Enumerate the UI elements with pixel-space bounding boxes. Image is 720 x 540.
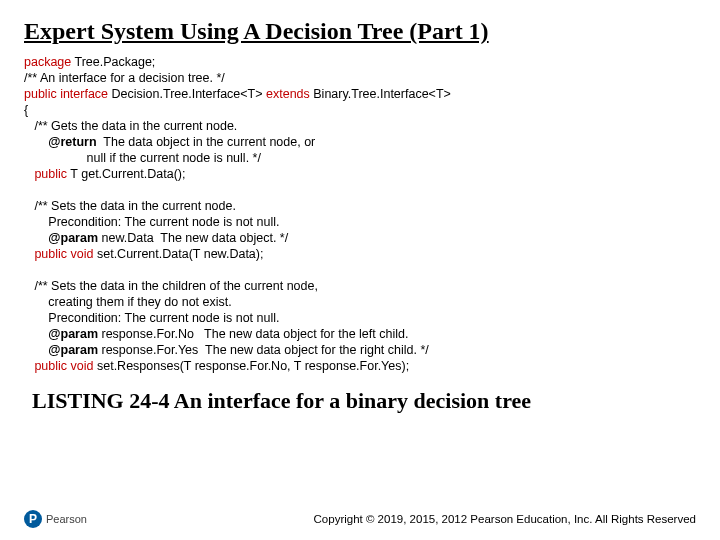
copyright-text: Copyright © 2019, 2015, 2012 Pearson Edu…	[314, 513, 696, 525]
code-text: Precondition: The current node is not nu…	[24, 311, 279, 325]
footer: P Pearson Copyright © 2019, 2015, 2012 P…	[24, 510, 696, 528]
code-text: response.For.Yes The new data object for…	[98, 343, 429, 357]
code-block: package Tree.Package; /** An interface f…	[24, 54, 696, 374]
slide: Expert System Using A Decision Tree (Par…	[0, 0, 720, 540]
code-text: {	[24, 103, 28, 117]
code-text: The data object in the current node, or	[97, 135, 316, 149]
code-text: /** An interface for a decision tree. */	[24, 71, 225, 85]
kw-public: public	[24, 167, 67, 181]
pearson-logo-icon: P	[24, 510, 42, 528]
kw-param: @param	[48, 343, 98, 357]
code-text: set.Responses(T response.For.No, T respo…	[93, 359, 409, 373]
code-text: /** Sets the data in the current node.	[24, 199, 236, 213]
code-text	[24, 231, 48, 245]
code-text: new.Data The new data object. */	[98, 231, 288, 245]
kw-package: package	[24, 55, 71, 69]
brand: P Pearson	[24, 510, 87, 528]
kw-return: @return	[48, 135, 96, 149]
code-text: Decision.Tree.Interface<T>	[108, 87, 266, 101]
code-text: /** Sets the data in the children of the…	[24, 279, 318, 293]
kw-param: @param	[48, 231, 98, 245]
code-text: set.Current.Data(T new.Data);	[93, 247, 263, 261]
code-text: Binary.Tree.Interface<T>	[310, 87, 451, 101]
kw-public-interface: public interface	[24, 87, 108, 101]
code-text	[24, 343, 48, 357]
code-text: Tree.Package;	[71, 55, 155, 69]
code-text: null if the current node is null. */	[24, 151, 261, 165]
code-text: Precondition: The current node is not nu…	[24, 215, 279, 229]
listing-caption: LISTING 24-4 An interface for a binary d…	[32, 388, 696, 414]
slide-title: Expert System Using A Decision Tree (Par…	[24, 18, 696, 44]
code-text: /** Gets the data in the current node.	[24, 119, 237, 133]
brand-name: Pearson	[46, 513, 87, 525]
code-text	[24, 327, 48, 341]
code-text: creating them if they do not exist.	[24, 295, 232, 309]
kw-param: @param	[48, 327, 98, 341]
kw-public-void: public void	[24, 359, 93, 373]
kw-extends: extends	[266, 87, 310, 101]
kw-public-void: public void	[24, 247, 93, 261]
code-text: T get.Current.Data();	[67, 167, 185, 181]
code-text: response.For.No The new data object for …	[98, 327, 408, 341]
code-text	[24, 135, 48, 149]
